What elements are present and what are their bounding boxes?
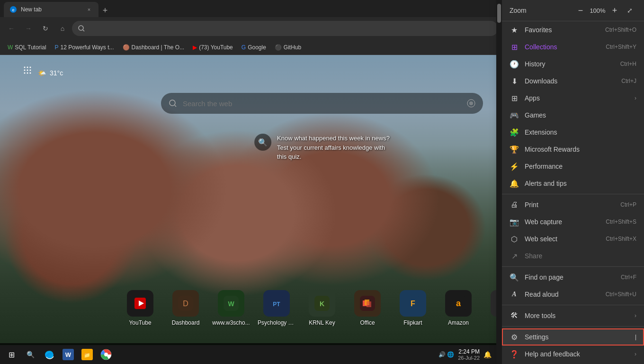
- menu-item-findonpage[interactable]: 🔍 Find on page Ctrl+F: [502, 269, 644, 286]
- webcapture-icon: 📷: [510, 217, 519, 227]
- menu-item-helpfeedback[interactable]: ❓ Help and feedback ›: [502, 346, 644, 363]
- menu-item-rewards[interactable]: 🏆 Microsoft Rewards: [502, 141, 644, 158]
- taskbar-files-icon[interactable]: 📁: [80, 347, 95, 362]
- menu-item-print[interactable]: 🖨 Print Ctrl+P: [502, 196, 644, 213]
- games-icon: 🎮: [510, 110, 519, 120]
- svg-point-6: [30, 67, 31, 68]
- active-tab[interactable]: e New tab ×: [4, 2, 98, 17]
- menu-divider-2: [502, 266, 644, 267]
- collections-icon: ⊞: [510, 42, 519, 52]
- home-button[interactable]: ⌂: [55, 21, 70, 36]
- svg-point-11: [27, 73, 28, 74]
- system-tray: 🔊 🌐 2:24 PM 26-Jul-22 🔔 |: [438, 348, 498, 361]
- menu-item-collections[interactable]: ⊞ Collections Ctrl+Shift+Y: [502, 38, 644, 55]
- menu-item-downloads[interactable]: ⬇ Downloads Ctrl+J: [502, 73, 644, 90]
- quick-link-flipkart-label: Flipkart: [403, 319, 422, 326]
- svg-point-10: [24, 73, 26, 74]
- menu-item-moretools[interactable]: 🛠 More tools ›: [502, 307, 644, 324]
- bookmark-youtube-label: (73) YouTube: [199, 44, 233, 51]
- menu-item-findonpage-label: Find on page: [525, 273, 615, 281]
- search-bar[interactable]: [161, 93, 483, 114]
- menu-item-rewards-label: Microsoft Rewards: [525, 146, 636, 153]
- quick-link-amazon-label: Amazon: [448, 319, 469, 326]
- address-input[interactable]: [89, 25, 492, 32]
- svg-point-4: [24, 67, 26, 68]
- menu-item-readaloud[interactable]: A Read aloud Ctrl+Shift+U: [502, 286, 644, 303]
- clock-time: 2:24 PM: [458, 348, 480, 355]
- menu-item-history[interactable]: 🕐 History Ctrl+H: [502, 55, 644, 73]
- bookmark-12ways[interactable]: P 12 Powerful Ways t...: [51, 41, 118, 54]
- grid-svg: [23, 65, 32, 75]
- quick-link-youtube[interactable]: YouTube: [121, 290, 159, 326]
- menu-item-favorites[interactable]: ★ Favorites Ctrl+Shift+O: [502, 21, 644, 38]
- quick-link-krnl[interactable]: K KRNL Key: [303, 290, 341, 326]
- bookmark-dashboard[interactable]: 🟤 Dashboard | The O...: [119, 41, 188, 54]
- apps-grid-icon[interactable]: [23, 65, 32, 77]
- taskbar-word-icon[interactable]: W: [61, 347, 76, 362]
- menu-item-extensions[interactable]: 🧩 Extensions: [502, 124, 644, 141]
- apps-icon: ⊞: [510, 93, 519, 103]
- search-input[interactable]: [183, 100, 461, 108]
- taskbar-chrome-icon[interactable]: [98, 347, 114, 362]
- refresh-button[interactable]: ↻: [38, 21, 53, 36]
- scrollbar-thumb[interactable]: [497, 4, 501, 23]
- bookmark-youtube[interactable]: ▶ (73) YouTube: [189, 41, 237, 54]
- alerts-icon: 🔔: [510, 179, 519, 188]
- svg-point-5: [27, 67, 28, 68]
- menu-item-alerts[interactable]: 🔔 Alerts and tips: [502, 175, 644, 192]
- svg-text:e: e: [12, 8, 14, 12]
- quick-link-w3schools[interactable]: W www.w3scho...: [212, 290, 250, 326]
- start-button[interactable]: ⊞: [4, 347, 19, 362]
- svg-text:a: a: [456, 299, 461, 308]
- tab-close-button[interactable]: ×: [85, 6, 93, 13]
- zoom-value: 100%: [589, 7, 606, 14]
- svg-text:F: F: [411, 300, 415, 308]
- menu-item-webselect-shortcut: Ctrl+Shift+X: [606, 236, 636, 242]
- svg-text:PT: PT: [273, 301, 280, 308]
- back-button[interactable]: ←: [4, 21, 19, 36]
- notification-button[interactable]: 🔔: [483, 351, 492, 358]
- news-search-icon[interactable]: 🔍: [254, 134, 271, 151]
- menu-item-settings[interactable]: ⚙ Settings |: [502, 328, 644, 346]
- quick-link-office[interactable]: Office: [349, 290, 386, 326]
- svg-point-7: [24, 70, 26, 71]
- menu-item-performance-label: Performance: [525, 163, 636, 170]
- menu-item-apps[interactable]: ⊞ Apps ›: [502, 90, 644, 107]
- quick-link-dashboard[interactable]: D Dashboard: [167, 290, 205, 326]
- bookmark-sql[interactable]: W SQL Tutorial: [4, 41, 50, 54]
- bookmark-google[interactable]: G Google: [238, 41, 270, 54]
- quick-link-youtube-icon: [127, 290, 153, 317]
- menu-item-games[interactable]: 🎮 Games: [502, 107, 644, 124]
- bookmark-github-icon: ⚫: [275, 44, 282, 51]
- quick-link-flipkart[interactable]: F Flipkart: [394, 290, 432, 326]
- menu-item-print-label: Print: [525, 201, 615, 209]
- zoom-label: Zoom: [510, 7, 527, 14]
- quick-link-amazon[interactable]: a Amazon: [439, 290, 477, 326]
- address-input-wrap[interactable]: [72, 21, 498, 36]
- menu-divider-3: [502, 305, 644, 305]
- bookmark-12ways-icon: P: [55, 44, 59, 51]
- forward-button[interactable]: →: [21, 21, 36, 36]
- taskbar-search-button[interactable]: 🔍: [23, 347, 38, 362]
- new-tab-button[interactable]: +: [98, 4, 112, 17]
- svg-point-13: [170, 100, 175, 106]
- search-icon: [78, 25, 85, 32]
- zoom-decrease-button[interactable]: −: [574, 4, 587, 17]
- menu-item-webselect[interactable]: ⬡ Web select Ctrl+Shift+X: [502, 230, 644, 247]
- quick-link-office-label: Office: [360, 319, 375, 326]
- zoom-increase-button[interactable]: +: [608, 4, 621, 17]
- menu-item-performance[interactable]: ⚡ Performance: [502, 158, 644, 175]
- zoom-section: Zoom − 100% + ⤢: [502, 0, 644, 21]
- menu-item-webcapture-label: Web capture: [525, 218, 600, 226]
- quick-link-psychology[interactable]: PT Psychology T...: [258, 290, 295, 326]
- menu-item-webcapture[interactable]: 📷 Web capture Ctrl+Shift+S: [502, 213, 644, 230]
- zoom-expand-button[interactable]: ⤢: [623, 4, 636, 17]
- menu-item-share-label: Share: [525, 252, 636, 260]
- menu-item-history-shortcut: Ctrl+H: [620, 61, 636, 67]
- clock: 2:24 PM 26-Jul-22: [458, 348, 480, 361]
- svg-point-2: [79, 26, 83, 30]
- taskbar-edge-icon[interactable]: [42, 347, 57, 362]
- scrollbar-track[interactable]: [496, 0, 502, 364]
- bookmark-github[interactable]: ⚫ GitHub: [271, 41, 305, 54]
- menu-item-settings-label: Settings: [525, 333, 636, 341]
